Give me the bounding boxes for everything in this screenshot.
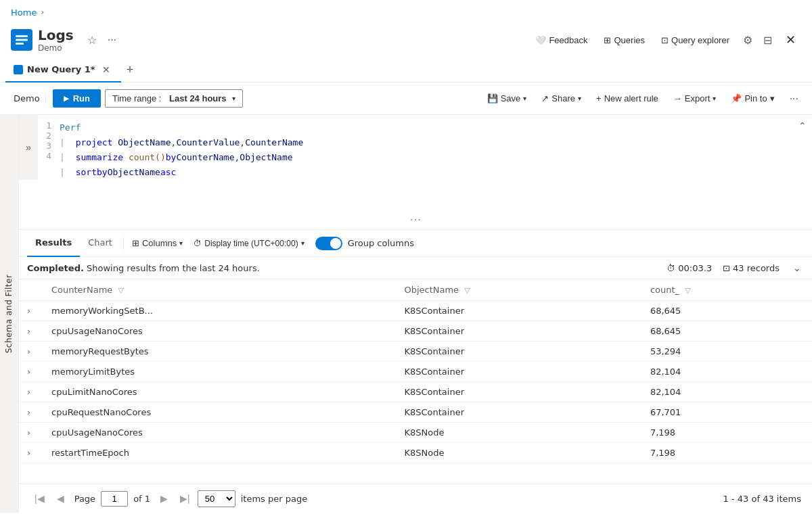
share-button[interactable]: ↗ Share ▾ xyxy=(536,90,587,107)
cell-count: 7,198 xyxy=(642,423,812,443)
results-area: Results Chart ⊞ Columns ▾ ⏱ Display time… xyxy=(19,230,812,513)
cell-object: K8SContainer xyxy=(396,382,641,402)
page-label: Page xyxy=(74,494,95,504)
more-options-button[interactable]: ··· xyxy=(105,31,119,49)
cell-count: 82,104 xyxy=(642,382,812,402)
expand-row-icon[interactable]: › xyxy=(27,367,30,377)
query-explorer-button[interactable]: ⊡ Query explorer xyxy=(656,32,735,49)
alert-icon: + xyxy=(596,93,602,103)
save-chevron-icon: ▾ xyxy=(523,95,526,102)
status-bar: Completed. Showing results from the last… xyxy=(19,257,812,279)
left-gutter: » xyxy=(19,115,38,180)
new-alert-button[interactable]: + New alert rule xyxy=(591,90,664,107)
expand-results-button[interactable]: ⌄ xyxy=(790,261,804,275)
cell-object: K8SContainer xyxy=(396,362,641,382)
run-button[interactable]: ▶ Run xyxy=(53,89,101,108)
row-expand-cell: › xyxy=(19,402,43,423)
table-row: › restartTimeEpoch K8SNode 7,198 xyxy=(19,443,812,463)
page-of: of 1 xyxy=(133,494,150,504)
tab-close-button[interactable]: ✕ xyxy=(99,63,113,76)
per-page-select[interactable]: 50 100 200 xyxy=(198,490,235,507)
cell-count: 53,294 xyxy=(642,342,812,362)
page-last-button[interactable]: ▶| xyxy=(175,490,195,507)
cell-count: 68,645 xyxy=(642,301,812,321)
col-count: count_ ▽ xyxy=(642,279,812,301)
expand-row-icon[interactable]: › xyxy=(27,387,30,397)
tab-icon xyxy=(14,65,23,74)
columns-icon: ⊞ xyxy=(132,238,139,248)
collapse-gutter-button[interactable]: » xyxy=(26,142,31,153)
tab-add-button[interactable]: + xyxy=(121,60,139,80)
code-lines[interactable]: Perf | project ObjectName, CounterValue … xyxy=(60,115,314,180)
page-prev-button[interactable]: ◀ xyxy=(52,490,69,507)
queries-icon: ⊞ xyxy=(604,35,611,45)
editor-resize-handle[interactable]: ··· xyxy=(409,212,421,227)
tab-results[interactable]: Results xyxy=(27,230,80,257)
more-toolbar-button[interactable]: ··· xyxy=(784,90,804,108)
cell-counter: memoryWorkingSetB... xyxy=(43,301,396,321)
count-filter-icon[interactable]: ▽ xyxy=(685,286,690,295)
expand-row-icon[interactable]: › xyxy=(27,346,30,356)
clock-icon: ⏱ xyxy=(194,239,202,248)
settings-button[interactable]: ⚙ xyxy=(740,31,755,49)
time-range-button[interactable]: Time range : Last 24 hours ▾ xyxy=(105,89,243,108)
queries-button[interactable]: ⊞ Queries xyxy=(598,32,650,49)
object-filter-icon[interactable]: ▽ xyxy=(464,286,470,295)
expand-row-icon[interactable]: › xyxy=(27,326,30,336)
expand-row-icon[interactable]: › xyxy=(27,427,30,438)
chevron-down-icon: ▾ xyxy=(232,95,235,102)
home-link[interactable]: Home xyxy=(11,7,37,18)
collapse-editor-button[interactable]: ⌃ xyxy=(798,120,807,131)
counter-filter-icon[interactable]: ▽ xyxy=(118,286,123,295)
share-chevron-icon: ▾ xyxy=(578,95,581,102)
pagination: |◀ ◀ Page of 1 ▶ ▶| 50 100 200 items per… xyxy=(19,484,812,513)
cell-object: K8SContainer xyxy=(396,342,641,362)
columns-button[interactable]: ⊞ Columns ▾ xyxy=(127,235,188,252)
feedback-button[interactable]: 🤍 Feedback xyxy=(530,32,593,49)
code-line-2: | project ObjectName, CounterValue , Cou… xyxy=(60,135,303,150)
code-line-4: | sort by ObjectName asc xyxy=(60,165,303,180)
close-button[interactable]: ✕ xyxy=(780,30,801,50)
page-first-button[interactable]: |◀ xyxy=(30,490,49,507)
items-per-page-label: items per page xyxy=(241,494,307,504)
app-icon xyxy=(11,29,32,51)
cell-object: K8SContainer xyxy=(396,301,641,321)
tab-chart[interactable]: Chart xyxy=(80,230,120,257)
schema-sidebar[interactable]: Schema and Filter xyxy=(0,115,19,513)
tab-new-query-1[interactable]: New Query 1* ✕ xyxy=(5,58,121,83)
cell-object: K8SContainer xyxy=(396,402,641,423)
cell-count: 68,645 xyxy=(642,321,812,342)
col-object-name: ObjectName ▽ xyxy=(396,279,641,301)
cell-counter: restartTimeEpoch xyxy=(43,443,396,463)
cell-count: 82,104 xyxy=(642,362,812,382)
data-table: CounterName ▽ ObjectName ▽ count_ ▽ xyxy=(19,279,812,463)
page-input[interactable] xyxy=(101,491,128,507)
app-subtitle: Demo xyxy=(38,43,74,53)
group-columns-toggle[interactable] xyxy=(315,237,342,250)
page-next-button[interactable]: ▶ xyxy=(156,490,173,507)
table-row: › cpuUsageNanoCores K8SContainer 68,645 xyxy=(19,321,812,342)
display-time-button[interactable]: ⏱ Display time (UTC+00:00) ▾ xyxy=(188,235,309,252)
tab-bar: New Query 1* ✕ + xyxy=(0,58,812,83)
row-expand-cell: › xyxy=(19,423,43,443)
duration-value: 00:03.3 xyxy=(678,263,712,273)
code-line-3: | summarize count() by CounterName, Obje… xyxy=(60,150,303,165)
results-tabs: Results Chart ⊞ Columns ▾ ⏱ Display time… xyxy=(19,230,812,257)
expand-row-icon[interactable]: › xyxy=(27,407,30,417)
cell-object: K8SContainer xyxy=(396,321,641,342)
logs-icon xyxy=(14,32,29,47)
save-button[interactable]: 💾 Save ▾ xyxy=(482,90,533,107)
cell-counter: cpuRequestNanoCores xyxy=(43,402,396,423)
pin-button[interactable]: 📌 Pin to ▾ xyxy=(725,90,780,107)
workspace-label: Demo xyxy=(8,93,46,103)
duration-item: ⏱ 00:03.3 xyxy=(667,263,712,273)
expand-row-icon[interactable]: › xyxy=(27,306,30,316)
export-button[interactable]: → Export ▾ xyxy=(668,90,722,107)
favorite-button[interactable]: ☆ xyxy=(85,31,99,49)
view-toggle-button[interactable]: ⊟ xyxy=(761,31,775,49)
header-actions: ☆ ··· xyxy=(85,31,119,49)
svg-rect-1 xyxy=(16,39,28,41)
expand-row-icon[interactable]: › xyxy=(27,448,30,458)
svg-rect-2 xyxy=(16,43,24,45)
app-title-group: Logs Demo xyxy=(38,27,74,53)
